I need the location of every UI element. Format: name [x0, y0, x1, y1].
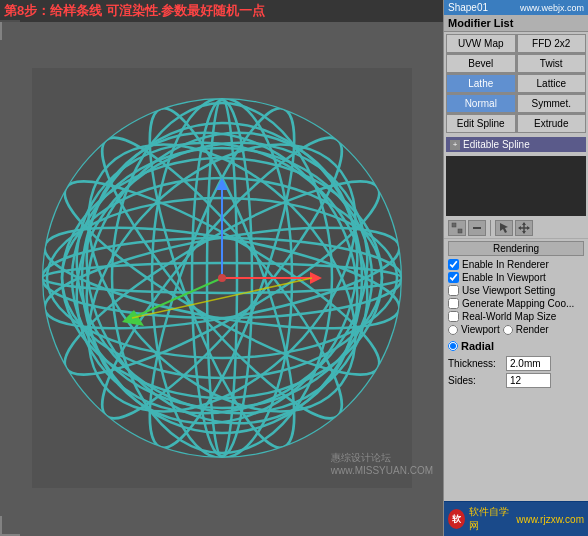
step-title: 第8步：给样条线 可渲染性.参数最好随机一点 [4, 3, 265, 18]
main-container: 第8步：给样条线 可渲染性.参数最好随机一点 [0, 0, 588, 536]
svg-marker-44 [522, 231, 526, 234]
viewport-radio-label: Viewport [461, 324, 500, 335]
enable-render-checkbox[interactable] [448, 259, 459, 270]
editable-spline-section: + Editable Spline [446, 137, 586, 152]
sphere-svg [32, 68, 412, 488]
svg-marker-46 [527, 226, 530, 230]
mod-twist[interactable]: Twist [517, 54, 587, 73]
enable-viewport-label: Enable In Viewport [462, 272, 546, 283]
mod-lathe[interactable]: Lathe [446, 74, 516, 93]
toolbar-icon-move[interactable] [515, 220, 533, 236]
sides-label: Sides: [448, 375, 503, 386]
mod-lattice[interactable]: Lattice [517, 74, 587, 93]
thickness-row: Thickness: [448, 356, 584, 371]
real-world-label: Real-World Map Size [462, 311, 556, 322]
viewport-radio-row: Viewport Render [448, 324, 584, 335]
mod-editspline[interactable]: Edit Spline [446, 114, 516, 133]
mod-uvwmap[interactable]: UVW Map [446, 34, 516, 53]
use-viewport-row: Use Viewport Setting [448, 285, 584, 296]
editable-spline-label: Editable Spline [463, 139, 530, 150]
right-panel: Shape01 www.webjx.com Modifier List UVW … [443, 0, 588, 536]
viewport-radio[interactable] [448, 325, 458, 335]
thickness-label: Thickness: [448, 358, 503, 369]
viewport: 第8步：给样条线 可渲染性.参数最好随机一点 [0, 0, 443, 536]
mod-extrude[interactable]: Extrude [517, 114, 587, 133]
enable-viewport-checkbox[interactable] [448, 272, 459, 283]
svg-rect-38 [458, 229, 462, 233]
mod-symmetry[interactable]: Symmet. [517, 94, 587, 113]
svg-marker-40 [500, 223, 508, 233]
generate-mapping-label: Generate Mapping Coo... [462, 298, 574, 309]
toolbar-icon-segment[interactable] [468, 220, 486, 236]
enable-render-row: Enable In Renderer [448, 259, 584, 270]
real-world-row: Real-World Map Size [448, 311, 584, 322]
mod-bevel[interactable]: Bevel [446, 54, 516, 73]
corner-marker-tl [0, 20, 20, 40]
svg-marker-43 [522, 222, 526, 225]
rendering-title: Rendering [448, 241, 584, 256]
spline-canvas [446, 156, 586, 216]
panel-header: Shape01 www.webjx.com [444, 0, 588, 15]
site-name: www.webjx.com [520, 3, 584, 13]
real-world-checkbox[interactable] [448, 311, 459, 322]
bottom-banner: 软 软件自学网 www.rjzxw.com [444, 501, 588, 536]
banner-url: www.rjzxw.com [516, 514, 584, 525]
use-viewport-checkbox[interactable] [448, 285, 459, 296]
rendering-section: Rendering Enable In Renderer Enable In V… [444, 239, 588, 501]
radial-radio[interactable] [448, 341, 458, 351]
shape-name: Shape01 [448, 2, 488, 13]
toolbar-divider1 [490, 220, 491, 236]
svg-rect-37 [452, 223, 456, 227]
toolbar-icon-select[interactable] [495, 220, 513, 236]
sides-row: Sides: [448, 373, 584, 388]
corner-marker-bl [0, 516, 20, 536]
watermark: 惠综设计论坛 www.MISSYUAN.COM [331, 451, 433, 476]
use-viewport-label: Use Viewport Setting [462, 285, 555, 296]
enable-render-label: Enable In Renderer [462, 259, 549, 270]
banner-icon: 软 [448, 509, 465, 529]
generate-mapping-checkbox[interactable] [448, 298, 459, 309]
mod-ffd[interactable]: FFD 2x2 [517, 34, 587, 53]
plus-icon: + [450, 140, 460, 150]
render-radio-label: Render [516, 324, 549, 335]
modifier-list-header: Modifier List [444, 15, 588, 32]
enable-viewport-row: Enable In Viewport [448, 272, 584, 283]
banner-text: 软件自学网 [469, 505, 512, 533]
toolbar-row [444, 218, 588, 239]
radial-label: Radial [461, 340, 494, 352]
generate-mapping-row: Generate Mapping Coo... [448, 298, 584, 309]
viewport-header: 第8步：给样条线 可渲染性.参数最好随机一点 [0, 0, 443, 22]
toolbar-icon-vertex[interactable] [448, 220, 466, 236]
render-radio[interactable] [503, 325, 513, 335]
radial-radio-row: Radial [448, 337, 584, 354]
sides-input[interactable] [506, 373, 551, 388]
svg-point-35 [218, 274, 226, 282]
svg-marker-45 [518, 226, 521, 230]
mod-normal[interactable]: Normal [446, 94, 516, 113]
modifier-grid: UVW Map FFD 2x2 Bevel Twist Lathe Lattic… [446, 34, 586, 133]
thickness-input[interactable] [506, 356, 551, 371]
